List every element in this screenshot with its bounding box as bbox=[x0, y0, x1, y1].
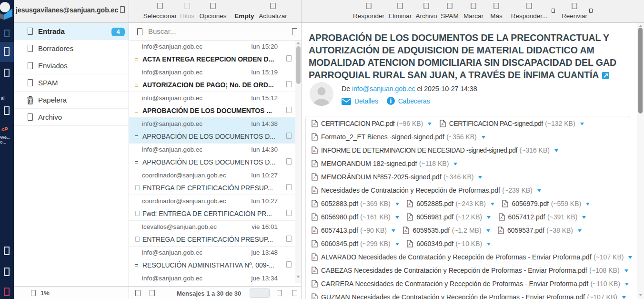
external-link-icon[interactable] bbox=[602, 72, 609, 79]
attachment-menu-caret-icon[interactable] bbox=[582, 216, 586, 219]
search-options-icon[interactable] bbox=[292, 28, 297, 35]
attachment-item[interactable]: CERTIFICACION PAC.pdf (~96 KB) bbox=[312, 117, 432, 130]
reader-scroll-down-icon[interactable] bbox=[639, 294, 643, 296]
attachment-item[interactable]: MEMORÁNDUM Nº857-2025-signed.pdf (~346 K… bbox=[312, 170, 482, 184]
attachment-item[interactable]: CERTIFICACION PAC-signed.pdf (~132 KB) bbox=[440, 117, 584, 130]
headers-link[interactable]: Cabeceras bbox=[398, 97, 430, 105]
attachment-item[interactable]: CABEZAS Necesidades de Contratación y Re… bbox=[312, 264, 628, 277]
appbar-icon-4[interactable] bbox=[4, 106, 10, 115]
folder-row-enviados[interactable]: Enviados bbox=[14, 57, 129, 74]
folder-row-archivo[interactable]: Archivo bbox=[14, 109, 129, 126]
message-checkbox[interactable] bbox=[286, 158, 292, 165]
attachment-item[interactable]: 6057413.pdf (~90 KB) bbox=[312, 224, 395, 237]
folder-row-papelera[interactable]: Papelera bbox=[14, 92, 129, 109]
attachment-menu-caret-icon[interactable] bbox=[482, 136, 485, 139]
attachment-item[interactable]: 6060345.pdf (~299 KB) bbox=[312, 237, 399, 250]
message-row[interactable]: info@sanjuan.gob.ec lun 14:38 APROBACIÓN… bbox=[129, 118, 295, 144]
message-checkbox[interactable] bbox=[286, 184, 292, 190]
attachment-menu-caret-icon[interactable] bbox=[428, 123, 432, 125]
attachment-menu-caret-icon[interactable] bbox=[395, 216, 399, 219]
attachment-menu-caret-icon[interactable] bbox=[478, 176, 482, 179]
cpanel-logo[interactable]: cP bbox=[1, 126, 8, 132]
list-footer-icon-2[interactable] bbox=[150, 290, 155, 296]
attachment-menu-caret-icon[interactable] bbox=[486, 229, 490, 232]
attachment-menu-caret-icon[interactable] bbox=[622, 296, 626, 299]
message-checkbox[interactable] bbox=[286, 81, 292, 87]
message-row[interactable]: lcevallos@sanjuan.gob.ec vie 16:01 ENTRE… bbox=[129, 221, 295, 247]
message-row[interactable]: info@sanjuan.gob.ec jue 13:34 bbox=[129, 272, 295, 286]
attachment-item[interactable]: Necesidades de Contratación y Recepción … bbox=[312, 184, 541, 197]
attachment-item[interactable]: Formato_2_ET Bienes -signed-signed.pdf (… bbox=[312, 130, 485, 144]
attachment-menu-caret-icon[interactable] bbox=[586, 203, 590, 206]
attachment-item[interactable]: CARRERA Necesidades de Contratación y Re… bbox=[312, 277, 629, 290]
attachment-menu-caret-icon[interactable] bbox=[624, 269, 628, 272]
attachment-menu-caret-icon[interactable] bbox=[487, 216, 491, 219]
message-row[interactable]: info@sanjuan.gob.ec lun 15:12 APROBACIÓN… bbox=[129, 92, 295, 118]
sender-address-link[interactable]: info@sanjuan.gob.ec bbox=[352, 85, 415, 93]
roundcube-logo-icon[interactable] bbox=[0, 1, 13, 21]
attachment-item[interactable]: 6059535.pdf (~1.2 MB) bbox=[403, 224, 490, 237]
list-scrollbar[interactable] bbox=[295, 41, 301, 283]
attachment-menu-caret-icon[interactable] bbox=[580, 123, 584, 125]
folder-row-borradores[interactable]: Borradores bbox=[14, 40, 129, 57]
attachment-item[interactable]: MEMORANDUM 182-signed.pdf (~118 KB) bbox=[312, 157, 457, 170]
appbar-selected-item[interactable] bbox=[0, 42, 14, 62]
attachment-item[interactable]: 6052883.pdf (~369 KB) bbox=[312, 197, 399, 210]
appbar-icon-6[interactable] bbox=[4, 268, 10, 276]
message-checkbox[interactable] bbox=[286, 210, 292, 216]
attachment-item[interactable]: INFORME DE DETERMINACION DE NECESIDAD -s… bbox=[312, 144, 558, 157]
attachment-menu-caret-icon[interactable] bbox=[395, 203, 399, 206]
message-checkbox[interactable] bbox=[286, 133, 292, 139]
reader-scroll-thumb[interactable] bbox=[638, 28, 643, 113]
forward-caret-icon[interactable] bbox=[589, 9, 593, 13]
attachment-menu-caret-icon[interactable] bbox=[554, 149, 558, 152]
attachment-menu-caret-icon[interactable] bbox=[625, 283, 629, 286]
list-footer-icon-1[interactable] bbox=[135, 290, 141, 296]
message-row[interactable]: coordinador@sanjuan.gob.ec lun 10:27 Fwd… bbox=[129, 195, 295, 221]
search-bar[interactable]: Buscar... bbox=[129, 23, 301, 41]
attachment-menu-caret-icon[interactable] bbox=[578, 229, 582, 232]
search-input[interactable]: Buscar... bbox=[148, 27, 176, 35]
message-checkbox[interactable] bbox=[286, 55, 292, 62]
attachment-menu-caret-icon[interactable] bbox=[453, 163, 457, 165]
message-row[interactable]: info@sanjuan.gob.ec lun 15:20 ACTA ENTRE… bbox=[129, 41, 295, 66]
attachment-menu-caret-icon[interactable] bbox=[395, 243, 399, 246]
list-footer-icon-3[interactable] bbox=[277, 290, 282, 296]
appbar-icon-1[interactable] bbox=[4, 30, 10, 37]
scroll-down-icon[interactable] bbox=[296, 276, 300, 278]
list-scroll-thumb[interactable] bbox=[296, 46, 301, 84]
scroll-up-icon[interactable] bbox=[296, 42, 300, 44]
reply-all-caret-icon[interactable] bbox=[552, 9, 555, 13]
attachment-item[interactable]: 6056979.pdf (~559 KB) bbox=[502, 197, 590, 210]
attachment-item[interactable]: 6056981.pdf (~12 KB) bbox=[407, 210, 491, 224]
attachment-item[interactable]: 6056980.pdf (~161 KB) bbox=[312, 210, 399, 224]
details-link[interactable]: Detalles bbox=[354, 97, 378, 105]
account-menu-icon[interactable] bbox=[120, 6, 125, 13]
attachment-item[interactable]: 6057412.pdf (~391 KB) bbox=[499, 210, 586, 224]
attachment-item[interactable]: 6059537.pdf (~38 KB) bbox=[498, 224, 582, 237]
folder-row-spam[interactable]: SPAM bbox=[14, 74, 129, 92]
message-row[interactable]: coordinador@sanjuan.gob.ec lun 10:27 ENT… bbox=[129, 169, 295, 195]
message-checkbox[interactable] bbox=[286, 107, 292, 113]
attachment-item[interactable]: ALVARADO Necesidades de Contratación y R… bbox=[312, 250, 632, 264]
list-footer-icon-4[interactable] bbox=[292, 290, 297, 296]
message-row[interactable]: info@sanjuan.gob.ec lun 15:19 AUTORIZACI… bbox=[129, 66, 295, 92]
attachment-item[interactable]: 6060349.pdf (~10 KB) bbox=[407, 237, 491, 250]
page-number-input[interactable] bbox=[250, 289, 270, 298]
attachment-menu-caret-icon[interactable] bbox=[537, 189, 541, 192]
attachment-item[interactable]: GUZMAN Necesidades de Contratación y Rec… bbox=[312, 290, 626, 299]
message-row[interactable]: info@sanjuan.gob.ec lun 14:30 APROBACIÓN… bbox=[129, 144, 295, 169]
folder-row-entrada[interactable]: Entrada 4 bbox=[14, 23, 129, 40]
message-checkbox[interactable] bbox=[286, 261, 292, 268]
attachment-menu-caret-icon[interactable] bbox=[491, 203, 494, 206]
reader-scrollbar[interactable] bbox=[637, 23, 644, 299]
appbar-icon-3[interactable] bbox=[4, 69, 10, 77]
reader-scroll-up-icon[interactable] bbox=[639, 25, 643, 27]
message-checkbox[interactable] bbox=[286, 236, 292, 242]
message-row[interactable]: info@sanjuan.gob.ec jue 13:48 RESOLUCIÓN… bbox=[129, 247, 295, 272]
attachment-menu-caret-icon[interactable] bbox=[487, 243, 491, 246]
attachment-item[interactable]: 6052885.pdf (~243 KB) bbox=[407, 197, 494, 210]
appbar-icon-5[interactable] bbox=[4, 247, 10, 255]
appbar-logout-icon[interactable] bbox=[4, 288, 10, 296]
attachment-menu-caret-icon[interactable] bbox=[392, 229, 395, 232]
